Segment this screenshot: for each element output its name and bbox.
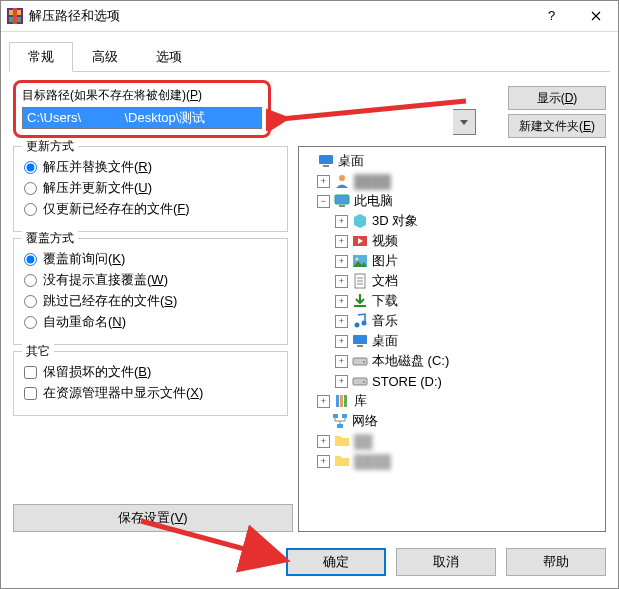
group-update-mode: 更新方式 解压并替换文件(R) 解压并更新文件(U) 仅更新已经存在的文件(F) [13, 146, 288, 232]
tree-user[interactable]: ████ [354, 174, 391, 189]
check-keep-broken[interactable]: 保留损坏的文件(B) [24, 363, 277, 381]
content: 目标路径(如果不存在将被创建)(P) 显示(D) 新建文件夹(E) [1, 72, 618, 536]
save-row: 保存设置(V) [13, 504, 288, 532]
tree-desktop[interactable]: 桌面 [338, 152, 364, 170]
path-dropdown-icon[interactable] [453, 109, 476, 135]
tree-downloads[interactable]: 下载 [372, 292, 398, 310]
tree-folder-blur2[interactable]: ████ [354, 454, 391, 469]
svg-rect-8 [335, 195, 349, 204]
svg-rect-22 [353, 358, 367, 365]
svg-point-7 [339, 175, 345, 181]
desktop-icon [352, 333, 368, 349]
radio-skip-existing[interactable]: 跳过已经存在的文件(S) [24, 292, 277, 310]
radio-ask-before-input[interactable] [24, 253, 37, 266]
tree-docs[interactable]: 文档 [372, 272, 398, 290]
collapse-icon[interactable]: − [317, 195, 330, 208]
ok-button[interactable]: 确定 [286, 548, 386, 576]
network-icon [332, 413, 348, 429]
document-icon [352, 273, 368, 289]
drive-icon [352, 373, 368, 389]
svg-rect-6 [323, 165, 329, 167]
svg-point-18 [355, 323, 360, 328]
tree-folder-blur1[interactable]: ██ [354, 434, 372, 449]
tree-desk2[interactable]: 桌面 [372, 332, 398, 350]
svg-rect-9 [339, 205, 345, 207]
cube-icon [352, 213, 368, 229]
svg-rect-24 [353, 378, 367, 385]
radio-extract-replace[interactable]: 解压并替换文件(R) [24, 158, 277, 176]
tree-thispc[interactable]: 此电脑 [354, 192, 393, 210]
help-footer-button[interactable]: 帮助 [506, 548, 606, 576]
tab-general[interactable]: 常规 [9, 42, 73, 72]
svg-rect-29 [333, 414, 338, 418]
radio-extract-update-input[interactable] [24, 182, 37, 195]
svg-rect-28 [344, 395, 347, 407]
cancel-button[interactable]: 取消 [396, 548, 496, 576]
check-show-in-explorer[interactable]: 在资源管理器中显示文件(X) [24, 384, 277, 402]
radio-auto-rename[interactable]: 自动重命名(N) [24, 313, 277, 331]
radio-overwrite-noask[interactable]: 没有提示直接覆盖(W) [24, 271, 277, 289]
check-show-in-explorer-input[interactable] [24, 387, 37, 400]
user-icon [334, 173, 350, 189]
tree-cdrive[interactable]: 本地磁盘 (C:) [372, 352, 449, 370]
music-icon [352, 313, 368, 329]
tree-pictures[interactable]: 图片 [372, 252, 398, 270]
new-folder-button[interactable]: 新建文件夹(E) [508, 114, 606, 138]
group-title-overwrite: 覆盖方式 [22, 230, 78, 247]
svg-rect-26 [336, 395, 339, 407]
check-keep-broken-input[interactable] [24, 366, 37, 379]
group-title-update: 更新方式 [22, 138, 78, 155]
svg-text:?: ? [548, 9, 555, 23]
path-highlighted-block: 目标路径(如果不存在将被创建)(P) [13, 80, 271, 138]
dialog-window: 解压路径和选项 ? 常规 高级 选项 目标路径(如果不存在将被创建)(P) [0, 0, 619, 589]
radio-update-existing-input[interactable] [24, 203, 37, 216]
group-title-misc: 其它 [22, 343, 54, 360]
path-input[interactable] [22, 107, 262, 129]
svg-rect-20 [353, 335, 367, 344]
group-overwrite-mode: 覆盖方式 覆盖前询问(K) 没有提示直接覆盖(W) 跳过已经存在的文件(S) [13, 238, 288, 345]
desktop-icon [318, 153, 334, 169]
tree-lib[interactable]: 库 [354, 392, 367, 410]
radio-overwrite-noask-input[interactable] [24, 274, 37, 287]
radio-ask-before[interactable]: 覆盖前询问(K) [24, 250, 277, 268]
close-button[interactable] [573, 1, 618, 31]
library-icon [334, 393, 350, 409]
tab-advanced[interactable]: 高级 [73, 42, 137, 71]
download-icon [352, 293, 368, 309]
footer: 确定 取消 帮助 [1, 536, 618, 588]
expand-icon[interactable]: + [317, 175, 330, 188]
side-buttons: 显示(D) 新建文件夹(E) [508, 86, 606, 138]
tree-3d[interactable]: 3D 对象 [372, 212, 418, 230]
radio-extract-replace-input[interactable] [24, 161, 37, 174]
drive-icon [352, 353, 368, 369]
computer-icon [334, 193, 350, 209]
svg-point-12 [356, 258, 359, 261]
folder-tree[interactable]: 桌面 + ████ − 此电脑 +3D 对象 +视频 +图片 +文档 +下载 +… [298, 146, 606, 532]
svg-rect-21 [357, 345, 363, 347]
svg-rect-5 [319, 155, 333, 164]
top-row: 目标路径(如果不存在将被创建)(P) 显示(D) 新建文件夹(E) [13, 80, 606, 138]
path-label: 目标路径(如果不存在将被创建)(P) [22, 87, 262, 104]
group-misc: 其它 保留损坏的文件(B) 在资源管理器中显示文件(X) [13, 351, 288, 416]
tab-options[interactable]: 选项 [137, 42, 201, 71]
svg-rect-3 [13, 8, 17, 24]
radio-auto-rename-input[interactable] [24, 316, 37, 329]
radio-extract-update[interactable]: 解压并更新文件(U) [24, 179, 277, 197]
svg-point-23 [363, 361, 365, 363]
radio-update-existing[interactable]: 仅更新已经存在的文件(F) [24, 200, 277, 218]
tree-network[interactable]: 网络 [352, 412, 378, 430]
display-button[interactable]: 显示(D) [508, 86, 606, 110]
tree-ddrive[interactable]: STORE (D:) [372, 374, 442, 389]
picture-icon [352, 253, 368, 269]
window-title: 解压路径和选项 [29, 7, 528, 25]
tree-video[interactable]: 视频 [372, 232, 398, 250]
tree-music[interactable]: 音乐 [372, 312, 398, 330]
app-icon [7, 8, 23, 24]
save-settings-button[interactable]: 保存设置(V) [13, 504, 293, 532]
svg-rect-27 [340, 395, 343, 407]
video-icon [352, 233, 368, 249]
svg-point-19 [362, 321, 367, 326]
radio-skip-existing-input[interactable] [24, 295, 37, 308]
help-button[interactable]: ? [528, 1, 573, 31]
folder-icon [334, 433, 350, 449]
